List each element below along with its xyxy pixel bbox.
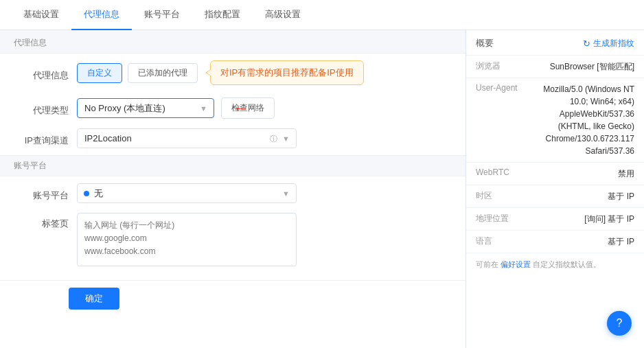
tab-basic-settings[interactable]: 基础设置 bbox=[11, 0, 71, 30]
tab-advanced-settings[interactable]: 高级设置 bbox=[253, 0, 313, 30]
left-content: 代理信息 代理信息 自定义 已添加的代理 对IP有需求的项目推荐配备IP使用 代… bbox=[0, 30, 465, 348]
sidebar-row-geolocation: 地理位置 [询问] 基于 IP bbox=[466, 208, 644, 231]
tab-proxy-info[interactable]: 代理信息 bbox=[71, 0, 132, 30]
proxy-type-controls: No Proxy (本地直连) HTTP HTTPS SOCKS5 ▼ ← 检查… bbox=[77, 97, 452, 119]
sidebar-footer-text1: 可前在 bbox=[476, 260, 498, 268]
platform-select[interactable]: 无 Facebook Google bbox=[77, 183, 297, 203]
tags-row: 标签页 bbox=[14, 213, 452, 266]
preferences-link[interactable]: 偏好设置 bbox=[501, 260, 531, 268]
right-sidebar: 概要 ↻ 生成新指纹 浏览器 SunBrowser [智能匹配] User-Ag… bbox=[465, 30, 644, 348]
webrtc-key: WebRTC bbox=[476, 167, 525, 177]
gen-fingerprint-label: 生成新指纹 bbox=[593, 38, 634, 49]
bottom-bar: 确定 bbox=[0, 280, 465, 316]
main-layout: 代理信息 代理信息 自定义 已添加的代理 对IP有需求的项目推荐配备IP使用 代… bbox=[0, 30, 644, 348]
top-tabs: 基础设置 代理信息 账号平台 指纹配置 高级设置 bbox=[0, 0, 644, 30]
help-icon: ? bbox=[617, 317, 623, 329]
proxy-info-label: 代理信息 bbox=[14, 65, 69, 82]
save-button[interactable]: 确定 bbox=[69, 288, 119, 310]
platform-select-wrapper: 无 Facebook Google ▼ bbox=[77, 183, 297, 203]
proxy-tooltip: 对IP有需求的项目推荐配备IP使用 bbox=[210, 60, 364, 85]
gen-fingerprint-button[interactable]: ↻ 生成新指纹 bbox=[583, 38, 634, 49]
tags-label: 标签页 bbox=[14, 213, 69, 230]
sidebar-row-webrtc: WebRTC 禁用 bbox=[466, 163, 644, 185]
help-button[interactable]: ? bbox=[607, 311, 632, 336]
webrtc-value: 禁用 bbox=[525, 167, 634, 180]
browser-key: 浏览器 bbox=[476, 60, 525, 72]
refresh-icon: ↻ bbox=[583, 38, 590, 49]
ip-query-row: IP查询渠道 IP2Location ipinfo.io ⓘ ▼ bbox=[14, 128, 452, 148]
account-platform-section-header: 账号平台 bbox=[0, 155, 465, 176]
tags-textarea[interactable] bbox=[77, 213, 297, 266]
account-platform-section-title: 账号平台 bbox=[14, 161, 47, 170]
sidebar-row-timezone: 时区 基于 IP bbox=[466, 185, 644, 208]
account-platform-label: 账号平台 bbox=[14, 185, 69, 202]
red-arrow-icon: ← bbox=[233, 100, 249, 117]
tab-fingerprint-config[interactable]: 指纹配置 bbox=[192, 0, 253, 30]
ip-query-select-wrapper: IP2Location ipinfo.io ⓘ ▼ bbox=[77, 128, 297, 148]
tab-account-platform[interactable]: 账号平台 bbox=[132, 0, 192, 30]
timezone-key: 时区 bbox=[476, 190, 525, 202]
proxy-info-section-header: 代理信息 bbox=[0, 30, 465, 54]
useragent-value: Mozilla/5.0 (Windows NT 10.0; Win64; x64… bbox=[525, 83, 634, 157]
arrow-hint: ← bbox=[233, 100, 251, 117]
proxy-type-label: 代理类型 bbox=[14, 100, 69, 117]
proxy-info-form: 代理信息 自定义 已添加的代理 对IP有需求的项目推荐配备IP使用 代理类型 N… bbox=[0, 54, 465, 155]
proxy-type-select-wrapper: No Proxy (本地直连) HTTP HTTPS SOCKS5 ▼ bbox=[77, 98, 214, 118]
proxy-type-row: 代理类型 No Proxy (本地直连) HTTP HTTPS SOCKS5 ▼ bbox=[14, 97, 452, 119]
geolocation-value: [询问] 基于 IP bbox=[525, 213, 634, 225]
ip-query-select[interactable]: IP2Location ipinfo.io bbox=[77, 128, 297, 148]
btn-custom-proxy[interactable]: 自定义 bbox=[77, 63, 122, 83]
sidebar-header: 概要 ↻ 生成新指纹 bbox=[466, 30, 644, 56]
proxy-info-controls: 自定义 已添加的代理 对IP有需求的项目推荐配备IP使用 bbox=[77, 60, 452, 85]
account-platform-form: 账号平台 无 Facebook Google ▼ bbox=[0, 176, 465, 280]
useragent-key: User-Agent bbox=[476, 83, 525, 93]
sidebar-footer: 可前在 偏好设置 自定义指纹默认值。 bbox=[466, 253, 644, 276]
ip-query-label: IP查询渠道 bbox=[14, 130, 69, 147]
language-value: 基于 IP bbox=[525, 235, 634, 248]
sidebar-overview-title: 概要 bbox=[476, 37, 494, 49]
sidebar-row-useragent: User-Agent Mozilla/5.0 (Windows NT 10.0;… bbox=[466, 78, 644, 163]
sidebar-table: 浏览器 SunBrowser [智能匹配] User-Agent Mozilla… bbox=[466, 56, 644, 253]
account-platform-row: 账号平台 无 Facebook Google ▼ bbox=[14, 183, 452, 203]
sidebar-row-language: 语言 基于 IP bbox=[466, 231, 644, 253]
btn-added-proxy[interactable]: 已添加的代理 bbox=[128, 63, 198, 83]
browser-value: SunBrowser [智能匹配] bbox=[525, 60, 634, 73]
proxy-info-section-title: 代理信息 bbox=[14, 38, 47, 47]
tags-controls bbox=[77, 213, 452, 266]
sidebar-footer-text2: 自定义指纹默认值。 bbox=[533, 260, 601, 268]
proxy-info-row: 代理信息 自定义 已添加的代理 对IP有需求的项目推荐配备IP使用 bbox=[14, 60, 452, 85]
language-key: 语言 bbox=[476, 235, 525, 247]
timezone-value: 基于 IP bbox=[525, 190, 634, 202]
geolocation-key: 地理位置 bbox=[476, 213, 525, 224]
proxy-type-select[interactable]: No Proxy (本地直连) HTTP HTTPS SOCKS5 bbox=[77, 98, 214, 118]
sidebar-row-browser: 浏览器 SunBrowser [智能匹配] bbox=[466, 56, 644, 78]
account-platform-controls: 无 Facebook Google ▼ bbox=[77, 183, 452, 203]
ip-query-controls: IP2Location ipinfo.io ⓘ ▼ bbox=[77, 128, 452, 148]
